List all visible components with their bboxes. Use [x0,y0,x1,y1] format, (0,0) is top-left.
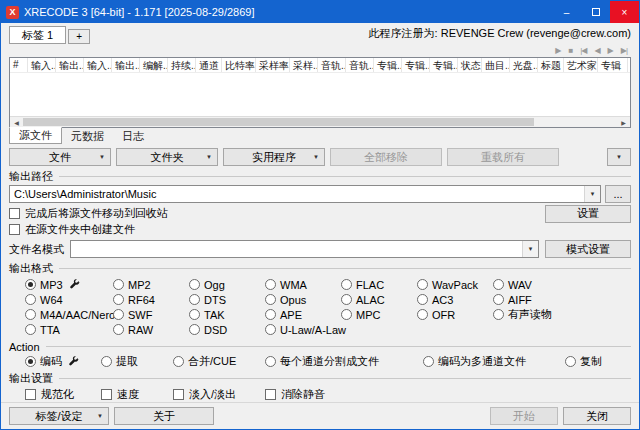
action-option-split-channels[interactable]: 每个通道分割成文件 [265,355,423,368]
format-option-alac[interactable]: ALAC [341,293,417,306]
format-option-ogg[interactable]: Ogg [189,278,265,291]
browse-button[interactable]: ... [605,185,631,203]
column-header[interactable]: 专辑 [598,58,628,72]
radio-icon [25,279,36,290]
settings-button[interactable]: 设置 [545,205,631,223]
maximize-icon[interactable] [581,1,610,23]
format-option-swf[interactable]: SWF [113,308,189,321]
column-header[interactable]: 输入... [84,58,112,72]
column-header[interactable]: 标题 [538,58,564,72]
format-option-dts[interactable]: DTS [189,293,265,306]
column-header[interactable]: 编解... [140,58,168,72]
folder-menu-label: 文件夹 [151,150,184,165]
normalize-checkbox[interactable]: 规范化 [25,387,101,402]
column-header[interactable]: 艺术家 [564,58,598,72]
column-header[interactable]: 专辑... [430,58,458,72]
reload-all-button[interactable]: 重载所有 [447,148,559,166]
speed-checkbox[interactable]: 速度 [101,387,173,402]
format-option-tak[interactable]: TAK [189,308,265,321]
column-header[interactable]: 音轨... [346,58,374,72]
tab-metadata[interactable]: 元数据 [62,128,113,144]
close-icon[interactable]: × [610,1,639,23]
silence-removal-checkbox[interactable]: 消除静音 [265,387,631,402]
column-header[interactable]: 采样... [290,58,318,72]
format-option-ape[interactable]: APE [265,308,341,321]
format-option-m4a[interactable]: M4A/AAC/Nero [25,308,113,321]
wrench-icon[interactable] [68,356,79,367]
format-option-aiff[interactable]: AIFF [493,293,631,306]
column-header[interactable]: 曲目... [482,58,510,72]
column-header[interactable]: 通道 [196,58,222,72]
format-option-mp3[interactable]: MP3 [25,278,113,291]
forward-icon[interactable]: ▶ [608,46,613,55]
scroll-left-icon[interactable]: ◀ [10,119,23,126]
chevron-down-icon[interactable]: ▾ [584,186,600,202]
column-header[interactable]: 光盘... [510,58,538,72]
column-header[interactable]: 音轨... [318,58,346,72]
format-option-dsd[interactable]: DSD [189,323,265,336]
format-option-opus[interactable]: Opus [265,293,341,306]
format-option-tta[interactable]: TTA [25,323,113,336]
tab-log[interactable]: 日志 [113,128,153,144]
close-button[interactable]: 关闭 [563,407,631,425]
rewind-icon[interactable]: ◀ [594,46,599,55]
next-track-icon[interactable]: ▶| [621,46,627,55]
output-path-input[interactable] [10,186,584,202]
chevron-down-icon[interactable]: ▾ [522,241,538,257]
format-option-rf64[interactable]: RF64 [113,293,189,306]
fade-checkbox[interactable]: 淡入/淡出 [173,387,265,402]
tab-label-1[interactable]: 标签 1 [9,26,66,44]
format-label: WavPack [432,279,478,291]
format-option-raw[interactable]: RAW [113,323,189,336]
action-option-multichannel[interactable]: 编码为多通道文件 [423,355,565,368]
stop-icon[interactable]: ■ [568,46,572,55]
format-option-w64[interactable]: W64 [25,293,113,306]
pattern-settings-button[interactable]: 模式设置 [545,240,631,258]
presets-menu-button[interactable]: 标签/设定 ▼ [9,407,109,425]
scrollbar-track[interactable] [23,117,617,127]
action-option-extract[interactable]: 提取 [101,355,173,368]
about-button[interactable]: 关于 [114,407,214,425]
format-option-ulaw[interactable]: U-Law/A-Law [265,323,341,336]
format-option-audiobook[interactable]: 有声读物 [493,308,631,321]
format-option-wav[interactable]: WAV [493,278,631,291]
format-option-ofr[interactable]: OFR [417,308,493,321]
create-in-source-checkbox[interactable]: 在源文件夹中创建文件 [9,222,135,237]
column-header[interactable]: 采样率 [256,58,290,72]
start-button[interactable]: 开始 [490,407,558,425]
tab-source-files[interactable]: 源文件 [9,127,62,144]
column-header[interactable]: 输出... [56,58,84,72]
scrollbar-thumb[interactable] [23,118,534,126]
format-option-ac3[interactable]: AC3 [417,293,493,306]
column-header[interactable]: 输出... [112,58,140,72]
scroll-right-icon[interactable]: ▶ [617,119,630,126]
format-option-wma[interactable]: WMA [265,278,341,291]
more-options-button[interactable]: ▼ [607,148,631,166]
add-tab-button[interactable]: + [68,29,90,44]
remove-all-button[interactable]: 全部移除 [330,148,442,166]
action-option-copy[interactable]: 复制 [565,355,631,368]
column-header[interactable]: 持续... [168,58,196,72]
move-to-recycle-checkbox[interactable]: 完成后将源文件移动到回收站 [9,206,168,221]
column-header[interactable]: 专辑... [402,58,430,72]
format-option-mpc[interactable]: MPC [341,308,417,321]
column-header[interactable]: 专辑... [374,58,402,72]
utilities-menu-button[interactable]: 实用程序 ▼ [223,148,325,166]
prev-track-icon[interactable]: |◀ [580,46,586,55]
column-header[interactable]: 输入... [28,58,56,72]
format-option-wavpack[interactable]: WavPack [417,278,493,291]
radio-icon [265,294,276,305]
format-option-mp2[interactable]: MP2 [113,278,189,291]
minimize-icon[interactable]: – [552,1,581,23]
play-icon[interactable]: ▶ [555,46,560,55]
action-option-merge-cue[interactable]: 合并/CUE [173,355,265,368]
action-option-encode[interactable]: 编码 [25,355,101,368]
wrench-icon[interactable] [69,279,80,290]
file-menu-button[interactable]: 文件 ▼ [9,148,111,166]
folder-menu-button[interactable]: 文件夹 ▼ [116,148,218,166]
filename-pattern-input[interactable] [71,241,522,257]
column-header[interactable]: # [10,58,28,72]
column-header[interactable]: 状态 [458,58,482,72]
column-header[interactable]: 比特率 [222,58,256,72]
format-option-flac[interactable]: FLAC [341,278,417,291]
